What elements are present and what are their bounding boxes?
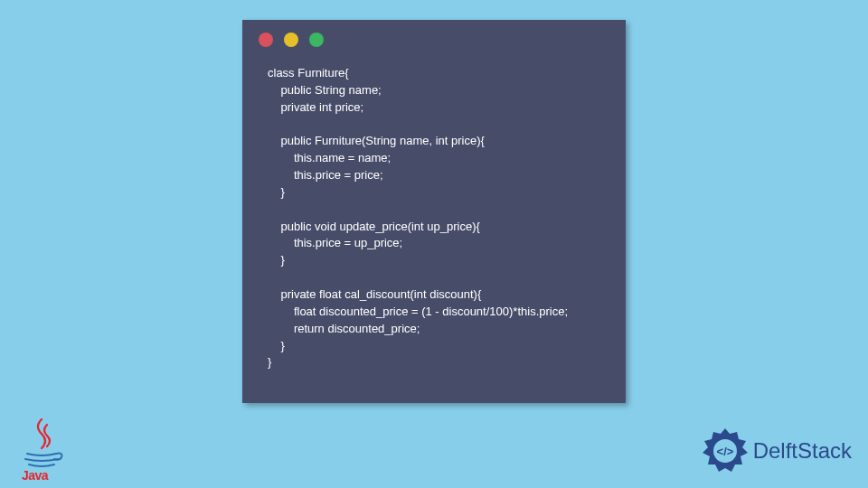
code-line: } bbox=[268, 355, 271, 369]
delftstack-logo: </> DelftStack bbox=[701, 427, 852, 475]
code-line: private float cal_discount(int discount)… bbox=[268, 287, 481, 301]
code-line: public String name; bbox=[268, 83, 382, 97]
code-line: class Furniture{ bbox=[268, 66, 349, 80]
code-line: this.price = price; bbox=[268, 168, 383, 182]
traffic-lights bbox=[242, 20, 626, 56]
code-line: } bbox=[268, 339, 285, 352]
code-line: this.name = name; bbox=[268, 151, 391, 164]
code-line: } bbox=[268, 185, 285, 199]
java-logo-text: Java bbox=[22, 468, 48, 483]
code-line: public Furniture(String name, int price)… bbox=[268, 134, 485, 147]
code-line: this.price = up_price; bbox=[268, 236, 402, 249]
code-line: private int price; bbox=[268, 100, 363, 114]
code-line: return discounted_price; bbox=[268, 322, 420, 335]
code-window: class Furniture{ public String name; pri… bbox=[242, 20, 626, 403]
minimize-icon bbox=[284, 33, 298, 47]
delftstack-logo-text: DelftStack bbox=[753, 438, 852, 464]
code-line: } bbox=[268, 253, 285, 267]
code-line: float discounted_price = (1 - discount/1… bbox=[268, 305, 568, 318]
code-block: class Furniture{ public String name; pri… bbox=[242, 56, 626, 389]
close-icon bbox=[259, 33, 273, 47]
maximize-icon bbox=[309, 33, 324, 47]
gear-icon: </> bbox=[701, 427, 750, 475]
code-line: public void update_price(int up_price){ bbox=[268, 220, 480, 233]
svg-text:</>: </> bbox=[716, 445, 733, 458]
